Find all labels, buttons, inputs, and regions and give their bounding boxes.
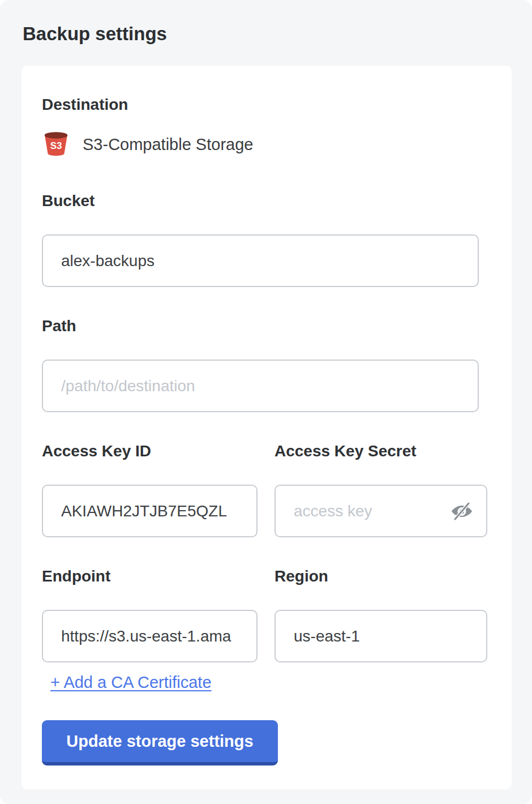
- endpoint-input[interactable]: [42, 610, 258, 662]
- path-label: Path: [42, 317, 479, 336]
- destination-row: S3 S3-Compatible Storage: [42, 131, 479, 157]
- access-key-id-section: Access Key ID: [42, 442, 258, 537]
- region-section: Region: [274, 567, 487, 662]
- bucket-input[interactable]: [42, 234, 479, 287]
- destination-value: S3-Compatible Storage: [83, 135, 253, 154]
- page-title: Backup settings: [23, 23, 512, 45]
- access-key-secret-label: Access Key Secret: [274, 442, 487, 461]
- destination-label: Destination: [42, 95, 479, 114]
- region-label: Region: [274, 567, 487, 586]
- storage-settings-card: Destination S3 S3-Compatible Storage Buc…: [22, 66, 512, 789]
- endpoint-section: Endpoint: [42, 567, 258, 662]
- path-section: Path: [42, 317, 479, 412]
- backup-settings-page: Backup settings Destination S3 S3-Compat…: [0, 0, 532, 804]
- access-key-id-label: Access Key ID: [42, 442, 258, 461]
- bucket-section: Bucket: [42, 191, 479, 287]
- s3-icon-text: S3: [50, 140, 62, 151]
- endpoint-label: Endpoint: [42, 567, 258, 586]
- path-input[interactable]: [42, 360, 479, 412]
- update-storage-settings-button[interactable]: Update storage settings: [42, 720, 278, 765]
- access-key-row: Access Key ID Access Key Secret: [42, 442, 479, 537]
- access-key-secret-section: Access Key Secret: [274, 442, 487, 537]
- access-key-secret-wrap: [274, 485, 487, 537]
- eye-slash-icon: [450, 500, 474, 523]
- endpoint-region-row: Endpoint Region: [42, 567, 479, 662]
- bucket-label: Bucket: [42, 191, 479, 211]
- toggle-secret-visibility-button[interactable]: [450, 500, 474, 523]
- add-ca-certificate-link[interactable]: + Add a CA Certificate: [50, 673, 212, 692]
- region-input[interactable]: [274, 610, 487, 662]
- s3-bucket-icon: S3: [42, 131, 70, 157]
- access-key-id-input[interactable]: [42, 485, 258, 537]
